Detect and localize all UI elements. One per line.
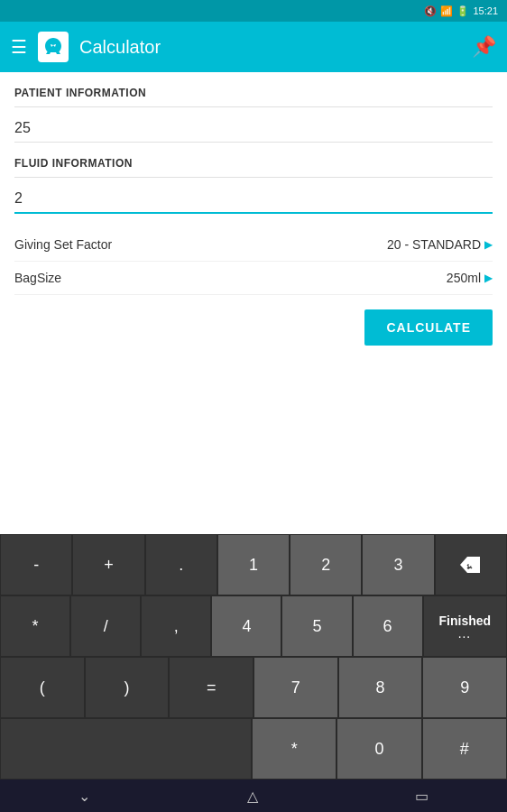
mute-icon: 🔇 xyxy=(424,5,437,17)
giving-set-value-container[interactable]: 20 - STANDARD ▶ xyxy=(387,237,493,252)
key-4[interactable]: 4 xyxy=(211,595,281,657)
fluid-section: FLUID INFORMATION Giving Set Factor 20 -… xyxy=(14,157,493,295)
nav-back-button[interactable]: ⌄ xyxy=(78,788,90,805)
giving-set-value: 20 - STANDARD xyxy=(387,237,481,252)
nav-recents-button[interactable]: ▭ xyxy=(415,788,429,805)
key-plus[interactable]: + xyxy=(72,534,144,595)
pin-icon[interactable]: 📌 xyxy=(472,35,496,59)
key-3[interactable]: 3 xyxy=(362,534,434,595)
time-display: 15:21 xyxy=(473,5,498,16)
patient-input[interactable] xyxy=(14,115,493,143)
key-2[interactable]: 2 xyxy=(290,534,362,595)
key-divide[interactable]: / xyxy=(70,595,141,657)
key-comma[interactable]: , xyxy=(141,595,211,657)
patient-section: PATIENT INFORMATION xyxy=(14,87,493,157)
key-hash[interactable]: # xyxy=(422,718,507,780)
keyboard-row-4: * 0 # xyxy=(0,718,507,780)
bag-size-row: BagSize 250ml ▶ xyxy=(14,262,493,295)
bag-size-value-container[interactable]: 250ml ▶ xyxy=(447,271,493,285)
giving-set-label: Giving Set Factor xyxy=(14,237,112,252)
app-bar: ☰ Calculator 📌 xyxy=(0,22,507,72)
patient-divider xyxy=(14,106,493,107)
fluid-input[interactable] xyxy=(14,185,493,214)
wifi-icon: 📶 xyxy=(440,5,453,17)
key-wide-empty[interactable] xyxy=(0,718,252,780)
keyboard-row-1: - + . 1 2 3 xyxy=(0,534,507,595)
app-icon xyxy=(38,32,69,62)
main-content: PATIENT INFORMATION FLUID INFORMATION Gi… xyxy=(0,72,507,346)
patient-section-label: PATIENT INFORMATION xyxy=(14,87,493,99)
clearfix: CALCULATE xyxy=(14,295,493,346)
key-0[interactable]: 0 xyxy=(336,718,421,780)
key-7[interactable]: 7 xyxy=(254,657,338,718)
nav-home-button[interactable]: △ xyxy=(247,788,258,805)
key-open-paren[interactable]: ( xyxy=(0,657,85,718)
keyboard-row-3: ( ) = 7 8 9 xyxy=(0,657,507,718)
battery-icon: 🔋 xyxy=(456,5,469,17)
key-6[interactable]: 6 xyxy=(353,595,423,657)
key-8[interactable]: 8 xyxy=(338,657,423,718)
bag-size-value: 250ml xyxy=(447,271,481,285)
app-title: Calculator xyxy=(79,37,161,58)
key-asterisk[interactable]: * xyxy=(252,718,336,780)
key-backspace[interactable] xyxy=(435,534,507,595)
finished-label: Finished xyxy=(439,614,492,628)
key-dot[interactable]: . xyxy=(145,534,217,595)
keyboard-row-2: * / , 4 5 6 Finished ... xyxy=(0,595,507,657)
key-5[interactable]: 5 xyxy=(281,595,352,657)
bag-size-arrow: ▶ xyxy=(484,272,493,284)
keyboard: - + . 1 2 3 * / , 4 5 6 Finished ... ( )… xyxy=(0,534,507,780)
key-minus[interactable]: - xyxy=(0,534,72,595)
hamburger-icon[interactable]: ☰ xyxy=(11,36,27,58)
nav-bar: ⌄ △ ▭ xyxy=(0,780,507,812)
fluid-divider xyxy=(14,177,493,178)
key-multiply[interactable]: * xyxy=(0,595,70,657)
key-finished[interactable]: Finished ... xyxy=(423,595,507,657)
finished-dots: ... xyxy=(458,630,471,640)
bag-size-label: BagSize xyxy=(14,271,61,285)
giving-set-arrow: ▶ xyxy=(484,238,493,251)
fluid-section-label: FLUID INFORMATION xyxy=(14,157,493,170)
calculate-button[interactable]: CALCULATE xyxy=(364,309,493,346)
wolf-icon xyxy=(42,36,64,58)
key-close-paren[interactable]: ) xyxy=(85,657,170,718)
key-1[interactable]: 1 xyxy=(217,534,290,595)
status-icons: 🔇 📶 🔋 15:21 xyxy=(424,5,498,17)
key-9[interactable]: 9 xyxy=(422,657,507,718)
app-bar-left: ☰ Calculator xyxy=(11,32,161,62)
key-equals[interactable]: = xyxy=(169,657,254,718)
status-bar: 🔇 📶 🔋 15:21 xyxy=(0,0,507,22)
giving-set-row: Giving Set Factor 20 - STANDARD ▶ xyxy=(14,228,493,262)
